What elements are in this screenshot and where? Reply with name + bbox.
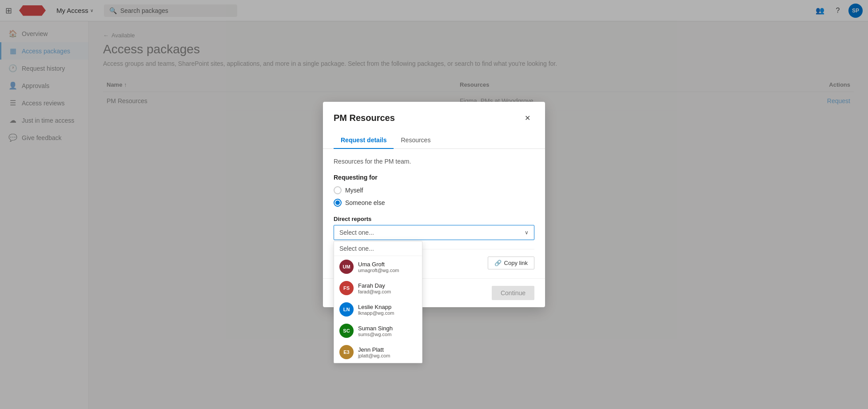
radio-myself[interactable]: Myself [334, 186, 534, 194]
tab-request-details-label: Request details [341, 136, 386, 144]
dropdown-item-info-leslie-knapp: Leslie Knapp lknapp@wg.com [358, 304, 394, 316]
modal-close-button[interactable]: ✕ [520, 111, 534, 125]
dropdown-item-name-uma-groft: Uma Groft [358, 261, 399, 268]
modal-title: PM Resources [334, 113, 395, 123]
copy-link-icon: 🔗 [494, 260, 502, 266]
direct-reports-select[interactable]: Select one... ∨ [334, 225, 534, 240]
modal: PM Resources ✕ Request details Resources… [323, 102, 545, 307]
copy-link-button[interactable]: 🔗 Copy link [488, 257, 534, 269]
dropdown-item-leslie-knapp[interactable]: LN Leslie Knapp lknapp@wg.com [334, 299, 422, 320]
avatar-jenn-platt: E3 [339, 345, 354, 359]
dropdown-item-email-suman-singh: sums@wg.com [358, 332, 393, 337]
dropdown-item-info-farah-day: Farah Day farad@wg.com [358, 282, 391, 294]
modal-tabs: Request details Resources [323, 132, 545, 149]
dropdown-placeholder[interactable]: Select one... [334, 241, 422, 256]
dropdown-item-name-leslie-knapp: Leslie Knapp [358, 304, 394, 310]
modal-body: Resources for the PM team. Requesting fo… [323, 149, 545, 278]
direct-reports-select-wrapper: Select one... ∨ Select one... UM Uma Gro… [334, 225, 534, 240]
dropdown-item-email-jenn-platt: jplatt@wg.com [358, 353, 390, 358]
avatar-suman-singh: SC [339, 324, 354, 338]
select-placeholder: Select one... [339, 229, 374, 236]
radio-someone-else[interactable]: Someone else [334, 199, 534, 207]
dropdown-item-email-farah-day: farad@wg.com [358, 289, 391, 294]
avatar-uma-groft: UM [339, 260, 354, 274]
avatar-leslie-knapp: LN [339, 302, 354, 317]
modal-header: PM Resources ✕ [323, 102, 545, 125]
direct-reports-label: Direct reports [334, 216, 534, 222]
dropdown-item-jenn-platt[interactable]: E3 Jenn Platt jplatt@wg.com [334, 341, 422, 363]
tab-resources-label: Resources [401, 136, 430, 144]
avatar-farah-day: FS [339, 281, 354, 295]
dropdown-item-email-uma-groft: umagroft@wg.com [358, 268, 399, 273]
radio-group: Myself Someone else [334, 186, 534, 207]
tab-resources[interactable]: Resources [394, 132, 438, 149]
radio-someone-else-label: Someone else [345, 199, 385, 206]
radio-myself-circle [334, 186, 342, 194]
tab-request-details[interactable]: Request details [334, 132, 394, 149]
dropdown-list: Select one... UM Uma Groft umagroft@wg.c… [334, 241, 422, 363]
dropdown-item-info-uma-groft: Uma Groft umagroft@wg.com [358, 261, 399, 273]
dropdown-item-info-jenn-platt: Jenn Platt jplatt@wg.com [358, 346, 390, 358]
dropdown-item-name-farah-day: Farah Day [358, 282, 391, 289]
dropdown-item-uma-groft[interactable]: UM Uma Groft umagroft@wg.com [334, 256, 422, 277]
modal-description: Resources for the PM team. [334, 158, 534, 165]
select-chevron-icon: ∨ [525, 229, 529, 236]
radio-myself-label: Myself [345, 187, 363, 194]
dropdown-item-name-suman-singh: Suman Singh [358, 325, 393, 332]
continue-button[interactable]: Continue [492, 286, 534, 300]
copy-link-label: Copy link [504, 260, 528, 266]
dropdown-item-farah-day[interactable]: FS Farah Day farad@wg.com [334, 277, 422, 299]
dropdown-item-suman-singh[interactable]: SC Suman Singh sums@wg.com [334, 320, 422, 341]
dropdown-item-name-jenn-platt: Jenn Platt [358, 346, 390, 353]
dropdown-item-info-suman-singh: Suman Singh sums@wg.com [358, 325, 393, 337]
radio-someone-else-circle [334, 199, 342, 207]
dropdown-item-email-leslie-knapp: lknapp@wg.com [358, 310, 394, 316]
requesting-for-label: Requesting for [334, 174, 534, 181]
